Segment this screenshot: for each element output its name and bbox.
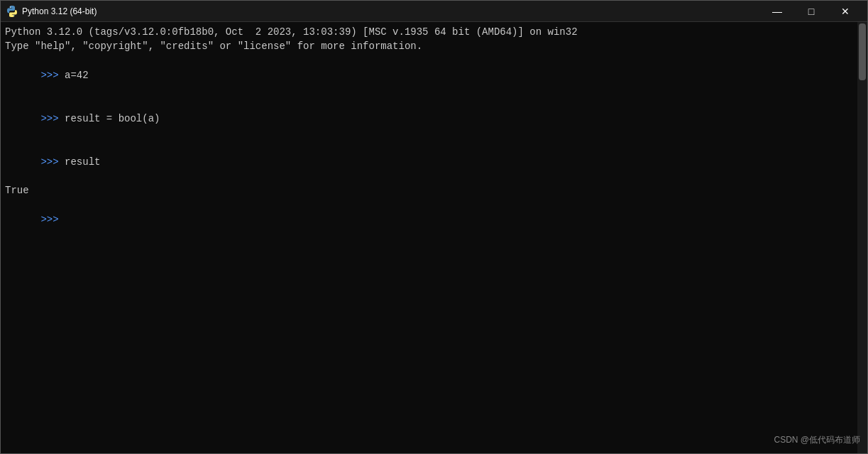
scrollbar-thumb[interactable]: [859, 23, 866, 80]
terminal[interactable]: Python 3.12.0 (tags/v3.12.0:0fb18b0, Oct…: [1, 22, 867, 453]
prompt-4: >>>: [40, 214, 65, 225]
python-icon: [6, 6, 18, 17]
title-bar: Python 3.12 (64-bit) — □ ✕: [1, 1, 867, 22]
minimize-button[interactable]: —: [761, 1, 793, 22]
title-bar-left: Python 3.12 (64-bit): [6, 6, 97, 17]
scrollbar[interactable]: [857, 22, 867, 453]
prompt-2: >>>: [40, 113, 65, 124]
terminal-output-true: True: [5, 183, 863, 198]
title-bar-controls: — □ ✕: [761, 1, 862, 22]
window: Python 3.12 (64-bit) — □ ✕ Python 3.12.0…: [0, 0, 868, 454]
code-2: result = bool(a): [65, 113, 160, 124]
watermark: CSDN @低代码布道师: [774, 434, 860, 446]
prompt-1: >>>: [40, 70, 65, 81]
terminal-line-5: >>> result: [5, 140, 863, 183]
maximize-button[interactable]: □: [795, 1, 828, 22]
terminal-line-3: >>> a=42: [5, 54, 863, 97]
code-3: result: [65, 156, 100, 168]
prompt-3: >>>: [40, 156, 65, 168]
code-1: a=42: [65, 70, 89, 81]
terminal-line-7: >>>: [5, 198, 863, 242]
close-button[interactable]: ✕: [829, 1, 862, 22]
terminal-line-2: Type "help", "copyright", "credits" or "…: [5, 39, 863, 53]
title-bar-title: Python 3.12 (64-bit): [22, 6, 97, 16]
terminal-line-1: Python 3.12.0 (tags/v3.12.0:0fb18b0, Oct…: [5, 25, 863, 39]
terminal-line-4: >>> result = bool(a): [5, 97, 863, 140]
